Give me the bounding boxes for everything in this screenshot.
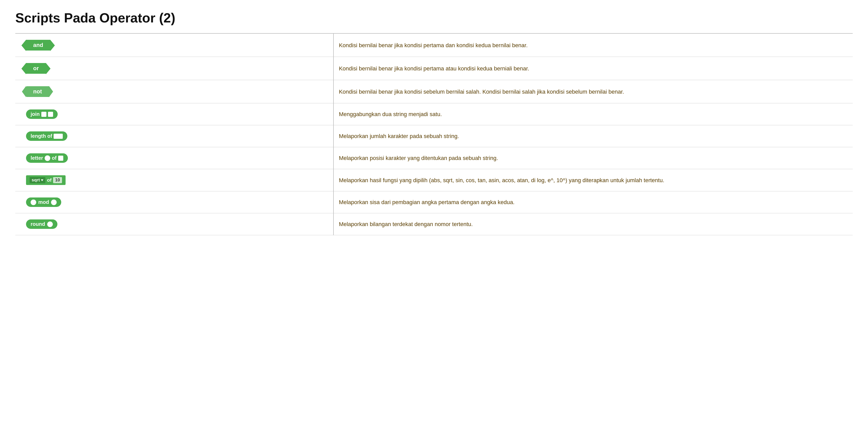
join-block: join bbox=[26, 110, 58, 119]
round-block: round bbox=[26, 219, 57, 229]
block-cell-length: length of bbox=[15, 125, 334, 147]
table-row: or Kondisi bernilai benar jika kondisi p… bbox=[15, 57, 853, 80]
length-of-block: length of bbox=[26, 131, 67, 141]
block-cell-or: or bbox=[15, 57, 334, 80]
block-cell-mod: mod bbox=[15, 191, 334, 213]
table-row: not Kondisi bernilai benar jika kondisi … bbox=[15, 80, 853, 103]
mod-slot2 bbox=[51, 199, 57, 205]
table-row: join Menggabungkan dua string menjadi sa… bbox=[15, 103, 853, 125]
table-row: mod Melaporkan sisa dari pembagian angka… bbox=[15, 191, 853, 213]
description-cell-length: Melaporkan jumlah karakter pada sebuah s… bbox=[334, 125, 853, 147]
letter-slot1 bbox=[45, 155, 50, 161]
letter-of-block: letter of bbox=[26, 153, 68, 163]
length-slot bbox=[54, 134, 63, 139]
block-cell-and: and bbox=[15, 33, 334, 57]
round-slot bbox=[47, 221, 53, 227]
table-row: round Melaporkan bilangan terdekat denga… bbox=[15, 213, 853, 235]
operator-table: and Kondisi bernilai benar jika kondisi … bbox=[15, 33, 853, 235]
block-cell-letter: letter of bbox=[15, 147, 334, 169]
description-cell-round: Melaporkan bilangan terdekat dengan nomo… bbox=[334, 213, 853, 235]
table-row: length of Melaporkan jumlah karakter pad… bbox=[15, 125, 853, 147]
page-title: Scripts Pada Operator (2) bbox=[15, 10, 853, 26]
sqrt-dropdown[interactable]: sqrt bbox=[30, 177, 45, 183]
of-label: of bbox=[52, 155, 57, 161]
sqrt-label: sqrt bbox=[32, 178, 40, 183]
mod-block: mod bbox=[26, 197, 61, 207]
and-block: and bbox=[26, 40, 50, 51]
description-cell-mod: Melaporkan sisa dari pembagian angka per… bbox=[334, 191, 853, 213]
table-row: and Kondisi bernilai benar jika kondisi … bbox=[15, 33, 853, 57]
description-cell-join: Menggabungkan dua string menjadi satu. bbox=[334, 103, 853, 125]
sqrt-value: 10 bbox=[53, 177, 62, 183]
description-cell-or: Kondisi bernilai benar jika kondisi pert… bbox=[334, 57, 853, 80]
block-cell-round: round bbox=[15, 213, 334, 235]
sqrt-block: sqrt of 10 bbox=[26, 175, 66, 185]
table-row: sqrt of 10 Melaporkan hasil fungsi yang … bbox=[15, 169, 853, 191]
mod-slot1 bbox=[31, 199, 36, 205]
or-block: or bbox=[26, 63, 46, 74]
not-block: not bbox=[26, 86, 49, 97]
block-cell-not: not bbox=[15, 80, 334, 103]
letter-label: letter bbox=[31, 155, 43, 161]
description-cell-sqrt: Melaporkan hasil fungsi yang dipilih (ab… bbox=[334, 169, 853, 191]
of-label: of bbox=[47, 177, 52, 183]
join-slot2 bbox=[48, 112, 53, 117]
sqrt-chevron-icon bbox=[41, 179, 43, 181]
description-cell-not: Kondisi bernilai benar jika kondisi sebe… bbox=[334, 80, 853, 103]
letter-slot2 bbox=[58, 156, 63, 161]
table-row: letter of Melaporkan posisi karakter yan… bbox=[15, 147, 853, 169]
description-cell-letter: Melaporkan posisi karakter yang ditentuk… bbox=[334, 147, 853, 169]
join-slot1 bbox=[41, 112, 46, 117]
description-cell-and: Kondisi bernilai benar jika kondisi pert… bbox=[334, 33, 853, 57]
block-cell-sqrt: sqrt of 10 bbox=[15, 169, 334, 191]
block-cell-join: join bbox=[15, 103, 334, 125]
